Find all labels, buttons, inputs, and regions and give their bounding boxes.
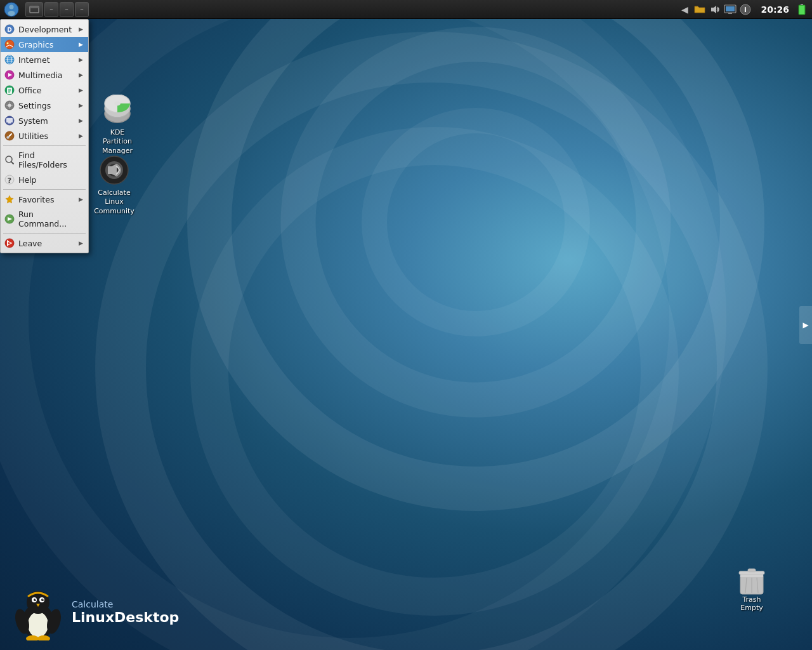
taskbar-btn-1[interactable] [25,2,43,17]
svg-point-21 [7,43,9,44]
svg-point-0 [209,0,742,489]
svg-text:D: D [7,27,11,33]
svg-point-41 [7,136,10,139]
svg-rect-38 [8,123,11,124]
trash-icon-img [737,565,767,595]
svg-text:?: ? [8,176,11,185]
tray-volume-icon[interactable] [709,3,721,16]
tray-folder-icon[interactable] [693,3,706,16]
menu-item-leave[interactable]: Leave ▶ [1,235,88,251]
run-command-label: Run Command... [18,209,83,229]
menu-item-office[interactable]: Office ▶ [1,83,88,98]
svg-line-43 [11,162,13,164]
taskbar: – – – ◀ [0,0,812,19]
separator-2 [3,189,86,190]
run-command-icon [4,214,15,224]
development-label: Development [18,25,75,34]
menu-item-help[interactable]: ? Help [1,172,88,187]
app-launcher-button[interactable] [1,1,22,18]
help-label: Help [18,175,83,185]
taskbar-left: – – – [0,1,89,18]
svg-point-49 [5,239,14,248]
menu-item-multimedia[interactable]: Multimedia ▶ [1,67,88,83]
leave-icon [4,238,15,248]
menu-item-utilities[interactable]: Utilities ▶ [1,128,88,143]
trash-icon[interactable]: Trash Empty [730,565,774,612]
menu-item-favorites[interactable]: Favorites ▶ [1,192,88,207]
trash-label-2: Empty [740,604,763,612]
help-icon: ? [4,175,15,185]
calc-community-icon-img [99,155,129,185]
calc-logo-text: Calculate LinuxDesktop [72,599,179,625]
clock-display: 20:26 [757,4,793,15]
svg-point-5 [10,4,14,9]
leave-arrow: ▶ [79,240,83,246]
desktop: – – – ◀ [0,0,812,650]
svg-point-20 [5,40,14,49]
svg-rect-16 [801,4,803,5]
tray-screen-icon[interactable] [724,3,737,16]
taskbar-right: ◀ [678,3,812,16]
svg-rect-37 [6,118,13,123]
menu-item-graphics[interactable]: Graphics ▶ [1,37,88,52]
menu-item-development[interactable]: D Development ▶ [1,22,88,37]
utilities-label: Utilities [18,131,75,141]
system-arrow: ▶ [79,117,83,124]
settings-label: Settings [18,101,75,110]
desktop-icon-calc-community[interactable]: Calculate LinuxCommunity [89,152,140,219]
kde-partition-icon-img [102,95,133,125]
settings-icon [4,100,15,110]
menu-item-settings[interactable]: Settings ▶ [1,98,88,113]
svg-rect-11 [726,6,735,11]
graphics-arrow: ▶ [79,41,83,48]
system-icon [4,116,15,126]
menu-item-internet[interactable]: Internet ▶ [1,52,88,67]
application-menu: D Development ▶ Graphics ▶ [0,19,89,253]
svg-marker-9 [711,6,716,13]
svg-point-6 [8,11,15,16]
development-arrow: ▶ [79,26,83,32]
calc-logo-line1: Calculate [72,599,179,609]
office-icon [4,85,15,95]
taskbar-btn-2[interactable]: – [44,2,58,17]
svg-rect-50 [7,240,8,246]
svg-point-74 [35,599,36,600]
multimedia-icon [4,70,15,80]
svg-point-56 [114,102,121,106]
trash-label-1: Trash [742,595,761,604]
favorites-arrow: ▶ [79,196,83,202]
internet-label: Internet [18,55,75,65]
calc-logo-line2: LinuxDesktop [72,609,179,625]
tray-info-icon[interactable]: i [739,3,752,16]
tray-left-arrow[interactable]: ◀ [678,3,691,16]
menu-item-find-files[interactable]: Find Files/Folders [1,148,88,172]
multimedia-arrow: ▶ [79,72,83,78]
menu-item-system[interactable]: System ▶ [1,113,88,128]
internet-arrow: ▶ [79,56,83,63]
find-files-label: Find Files/Folders [18,150,83,169]
graphics-label: Graphics [18,40,75,50]
multimedia-label: Multimedia [18,70,75,80]
svg-rect-63 [748,569,756,572]
svg-point-68 [28,612,48,637]
leave-label: Leave [18,239,75,248]
utilities-icon [4,131,15,141]
taskbar-btn-4[interactable]: – [75,2,89,17]
svg-rect-12 [728,13,732,14]
menu-item-run-command[interactable]: Run Command... [1,207,88,231]
svg-text:i: i [745,6,747,14]
favorites-label: Favorites [18,195,75,204]
taskbar-btn-3[interactable]: – [60,2,74,17]
calc-community-label: Calculate LinuxCommunity [91,188,137,216]
find-files-icon [4,155,15,165]
side-panel-handle[interactable]: ▶ [799,306,812,344]
office-arrow: ▶ [79,87,83,93]
utilities-arrow: ▶ [79,133,83,139]
system-label: System [18,116,75,126]
favorites-icon [4,194,15,204]
svg-point-1 [298,44,653,400]
tray-power-icon[interactable] [796,3,808,16]
desktop-icon-kde-partition[interactable]: KDE PartitionManager [92,92,143,159]
separator-1 [3,145,86,146]
separator-3 [3,233,86,234]
